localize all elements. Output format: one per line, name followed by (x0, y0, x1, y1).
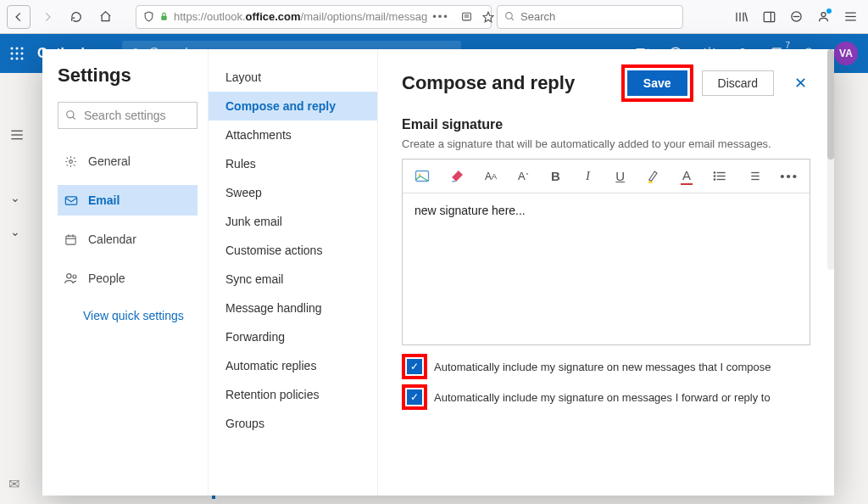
settings-title: Settings (58, 64, 198, 87)
forward-button (36, 5, 59, 29)
browser-search[interactable]: Search (497, 5, 683, 29)
star-icon[interactable] (482, 11, 494, 23)
signature-editor: AA A˅ B I U A ••• new signature here... (402, 159, 810, 345)
include-on-new-label: Automatically include my signature on ne… (434, 361, 771, 373)
scrollbar-thumb[interactable] (827, 49, 834, 160)
reload-button[interactable] (64, 5, 88, 29)
left-rail-expand-2[interactable]: ⌄ (10, 217, 24, 246)
svg-point-24 (21, 53, 24, 55)
svg-point-15 (821, 13, 826, 17)
subnav-item-groups[interactable]: Groups (209, 409, 377, 438)
discard-button[interactable]: Discard (702, 70, 774, 96)
category-general[interactable]: General (58, 146, 198, 176)
svg-point-49 (73, 275, 76, 278)
font-color-icon[interactable]: A (681, 168, 693, 185)
svg-point-27 (21, 58, 24, 60)
subnav-item-compose-and-reply[interactable]: Compose and reply (209, 92, 377, 120)
checkbox2-highlight: ✓ (402, 384, 427, 410)
left-rail-expand-1[interactable]: ⌄ (10, 183, 24, 212)
underline-icon[interactable]: U (615, 168, 626, 185)
svg-marker-4 (483, 12, 493, 22)
svg-line-41 (73, 117, 75, 120)
include-on-reply-checkbox[interactable]: ✓ (407, 389, 422, 405)
format-painter-icon[interactable] (450, 168, 465, 185)
svg-point-48 (67, 274, 71, 278)
subnav-item-message-handling[interactable]: Message handling (209, 294, 377, 322)
subnav-item-automatic-replies[interactable]: Automatic replies (209, 351, 377, 380)
more-format-icon[interactable]: ••• (781, 168, 798, 185)
svg-point-58 (714, 179, 715, 180)
close-icon[interactable]: ✕ (791, 74, 810, 92)
url-text: https://outlook.office.com/mail/options/… (174, 10, 427, 23)
signature-section-title: Email signature (402, 117, 810, 132)
subnav-item-rules[interactable]: Rules (209, 149, 377, 178)
search-icon (65, 109, 77, 121)
settings-subnav: LayoutCompose and replyAttachmentsRulesS… (209, 49, 378, 496)
svg-rect-43 (65, 196, 76, 204)
svg-point-5 (506, 13, 513, 20)
svg-line-6 (511, 18, 514, 20)
subnav-item-layout[interactable]: Layout (209, 63, 377, 92)
numbered-list-icon[interactable] (747, 168, 760, 185)
font-size-icon[interactable]: AA (485, 168, 497, 185)
address-bar[interactable]: https://outlook.office.com/mail/options/… (136, 5, 492, 29)
mail-left-rail: ⌄ ⌄ (10, 120, 24, 246)
save-button[interactable]: Save (627, 70, 687, 96)
subnav-item-attachments[interactable]: Attachments (209, 120, 377, 149)
app-launcher-icon[interactable] (10, 47, 24, 60)
subnav-item-retention-policies[interactable]: Retention policies (209, 380, 377, 409)
library-icon[interactable] (731, 6, 753, 28)
hamburger-icon[interactable] (839, 6, 861, 28)
svg-rect-44 (66, 236, 75, 244)
detail-title: Compose and reply (402, 72, 575, 94)
highlight-icon[interactable] (647, 168, 660, 185)
avatar[interactable]: VA (834, 42, 858, 65)
checkbox1-highlight: ✓ (402, 354, 427, 379)
include-on-new-checkbox[interactable]: ✓ (407, 359, 422, 374)
signature-section-desc: Create a signature that will be automati… (402, 137, 810, 150)
font-size-down-icon[interactable]: A˅ (517, 168, 529, 185)
reader-icon[interactable] (461, 11, 472, 22)
svg-point-21 (21, 48, 24, 50)
save-highlight: Save (621, 64, 693, 102)
back-button[interactable] (7, 5, 31, 29)
svg-rect-11 (764, 12, 775, 21)
view-quick-settings-link[interactable]: View quick settings (58, 302, 198, 322)
category-calendar[interactable]: Calendar (58, 224, 198, 255)
subnav-item-forwarding[interactable]: Forwarding (209, 322, 377, 351)
bold-icon[interactable]: B (549, 168, 561, 185)
editor-textarea[interactable]: new signature here... (403, 193, 810, 344)
mail-module-icon[interactable]: ✉ (8, 476, 19, 492)
left-rail-menu[interactable] (10, 120, 24, 149)
subnav-item-junk-email[interactable]: Junk email (209, 207, 377, 236)
settings-search-placeholder: Search settings (84, 109, 166, 122)
svg-line-10 (745, 12, 748, 21)
bullet-list-icon[interactable] (713, 168, 726, 185)
category-people[interactable]: People (58, 263, 198, 294)
category-email[interactable]: Email (58, 185, 198, 216)
svg-point-57 (714, 176, 715, 176)
subnav-item-sweep[interactable]: Sweep (209, 178, 377, 207)
protection-icon[interactable] (785, 6, 807, 28)
sidebar-icon[interactable] (758, 6, 780, 28)
svg-point-40 (67, 111, 74, 118)
insert-image-icon[interactable] (415, 168, 430, 185)
lock-icon (159, 12, 169, 21)
browser-search-placeholder: Search (520, 10, 555, 23)
svg-point-22 (11, 53, 14, 55)
home-button[interactable] (93, 5, 117, 29)
shield-icon (143, 11, 154, 22)
svg-rect-0 (161, 16, 166, 20)
browser-tools (731, 6, 861, 28)
people-icon (64, 272, 78, 284)
italic-icon[interactable]: I (582, 168, 594, 185)
url-menu-icon[interactable]: ••• (432, 10, 449, 23)
gear-icon (64, 155, 78, 168)
subnav-item-customise-actions[interactable]: Customise actions (209, 236, 377, 265)
editor-toolbar: AA A˅ B I U A ••• (403, 160, 810, 193)
account-icon[interactable] (812, 6, 834, 28)
subnav-item-sync-email[interactable]: Sync email (209, 265, 377, 294)
calendar-icon (64, 233, 78, 246)
svg-point-19 (11, 48, 14, 50)
settings-search[interactable]: Search settings (58, 102, 198, 129)
